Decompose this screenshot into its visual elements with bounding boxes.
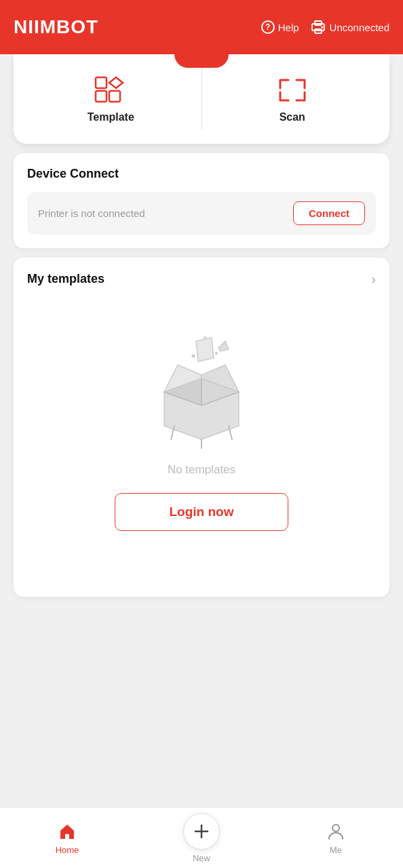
me-label: Me xyxy=(330,845,342,855)
unconnected-label: Unconnected xyxy=(330,22,389,33)
bottom-navigation: Home New Me xyxy=(0,807,403,868)
unconnected-icon xyxy=(310,20,326,35)
device-connect-title: Device Connect xyxy=(27,167,376,181)
template-tab-label: Template xyxy=(88,111,134,123)
svg-rect-1 xyxy=(315,21,322,25)
svg-rect-4 xyxy=(96,77,107,88)
home-icon xyxy=(57,821,77,842)
svg-point-7 xyxy=(192,355,195,358)
nav-new[interactable]: New xyxy=(174,813,229,863)
device-status-text: Printer is not connected xyxy=(38,208,145,219)
unconnected-button[interactable]: Unconnected xyxy=(310,20,389,35)
no-templates-text: No templates xyxy=(168,463,235,477)
nav-me[interactable]: Me xyxy=(309,821,363,855)
help-label: Help xyxy=(278,22,299,33)
help-icon: ? xyxy=(261,20,275,34)
nav-home[interactable]: Home xyxy=(40,821,94,855)
scan-icon xyxy=(275,75,310,104)
svg-rect-6 xyxy=(109,91,120,102)
templates-title: My templates xyxy=(27,272,104,286)
templates-header: My templates › xyxy=(27,271,376,287)
svg-point-9 xyxy=(204,336,206,339)
template-tab[interactable]: Template xyxy=(20,68,202,130)
svg-rect-5 xyxy=(96,91,107,102)
app-header: NIIMBOT ? Help Unconnected xyxy=(0,0,403,54)
svg-point-8 xyxy=(215,352,218,355)
my-templates-card: My templates › xyxy=(14,258,389,597)
me-icon xyxy=(326,821,346,842)
login-now-button[interactable]: Login now xyxy=(115,493,289,531)
app-logo: NIIMBOT xyxy=(14,16,98,38)
new-button[interactable] xyxy=(183,813,220,850)
svg-point-15 xyxy=(332,825,339,831)
scan-tab[interactable]: Scan xyxy=(202,68,383,130)
device-status-row: Printer is not connected Connect xyxy=(27,192,376,235)
help-button[interactable]: ? Help xyxy=(261,20,299,34)
empty-state: No templates Login now xyxy=(27,300,376,558)
mode-selector-card: Template Scan xyxy=(14,54,389,144)
home-label: Home xyxy=(56,845,79,855)
header-actions: ? Help Unconnected xyxy=(261,20,389,35)
template-icon xyxy=(93,75,128,104)
empty-box-illustration xyxy=(140,328,263,450)
plus-icon xyxy=(193,823,210,840)
connect-button[interactable]: Connect xyxy=(293,201,365,225)
svg-point-3 xyxy=(321,26,323,28)
new-label: New xyxy=(193,853,210,863)
svg-rect-2 xyxy=(315,29,322,33)
device-connect-card: Device Connect Printer is not connected … xyxy=(14,153,389,248)
main-content: Template Scan Device Connect xyxy=(0,54,403,868)
templates-chevron-icon[interactable]: › xyxy=(371,271,376,287)
scan-tab-label: Scan xyxy=(280,111,305,123)
